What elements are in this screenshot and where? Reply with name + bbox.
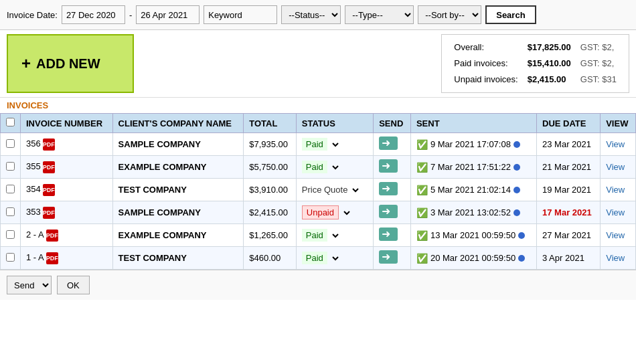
- status-select[interactable]: --Status-- Paid Unpaid: [281, 5, 341, 24]
- total-cell: $460.00: [244, 247, 297, 270]
- invoice-id: 1 - A: [26, 252, 44, 262]
- row-checkbox[interactable]: [6, 162, 15, 171]
- send-cell[interactable]: [374, 201, 411, 224]
- status-cell[interactable]: Paid▾: [296, 156, 373, 179]
- unpaid-gst: GST: $31: [576, 72, 621, 87]
- invoice-id: 2 - A: [26, 230, 44, 240]
- pdf-icon[interactable]: PDF: [46, 252, 58, 264]
- sent-check-icon: ✅: [416, 185, 428, 195]
- due-date-value: 23 Mar 2021: [537, 133, 601, 156]
- invoice-id: 354: [26, 184, 41, 194]
- keyword-input[interactable]: [204, 5, 277, 24]
- pdf-icon[interactable]: PDF: [43, 184, 55, 196]
- status-cell[interactable]: Price Quote▾: [296, 179, 373, 201]
- sent-date: 9 Mar 2021 17:07:08: [430, 139, 511, 149]
- invoice-id: 355: [26, 161, 41, 171]
- send-icon[interactable]: [379, 136, 398, 150]
- status-cell[interactable]: Unpaid▾: [296, 201, 373, 224]
- row-checkbox[interactable]: [6, 139, 15, 148]
- company-name-cell: EXAMPLE COMPANY: [112, 156, 244, 179]
- invoice-number-cell: 355PDF: [21, 156, 113, 179]
- table-row: 353PDFSAMPLE COMPANY$2,415.00Unpaid▾✅3 M…: [1, 201, 636, 224]
- send-cell[interactable]: [374, 156, 411, 179]
- view-cell[interactable]: View: [601, 224, 636, 247]
- search-button[interactable]: Search: [485, 5, 536, 24]
- sent-cell: ✅3 Mar 2021 13:02:52: [410, 201, 536, 224]
- status-select-row[interactable]: ▾: [327, 139, 341, 151]
- row-checkbox[interactable]: [6, 230, 15, 239]
- invoice-number-cell: 2 - APDF: [21, 224, 113, 247]
- sent-cell: ✅5 Mar 2021 21:02:14: [410, 179, 536, 201]
- view-cell[interactable]: View: [601, 247, 636, 270]
- status-select-row[interactable]: ▾: [347, 184, 361, 196]
- sent-check-icon: ✅: [416, 230, 428, 241]
- company-name-cell: TEST COMPANY: [112, 179, 244, 201]
- type-select[interactable]: --Type-- Invoice Price Quote: [345, 5, 414, 24]
- header-send: SEND: [374, 114, 411, 133]
- date-from-input[interactable]: [62, 5, 125, 24]
- status-cell[interactable]: Paid▾: [296, 224, 373, 247]
- total-cell: $7,935.00: [244, 133, 297, 156]
- summary-table: Overall: $17,825.00 GST: $2, Paid invoic…: [449, 39, 622, 88]
- view-link[interactable]: View: [606, 207, 625, 217]
- view-link[interactable]: View: [606, 139, 625, 149]
- header-total: TOTAL: [244, 114, 297, 133]
- sent-date: 5 Mar 2021 21:02:14: [430, 185, 511, 195]
- row-checkbox[interactable]: [6, 207, 15, 216]
- paid-gst: GST: $2,: [576, 56, 621, 71]
- select-all-checkbox[interactable]: [6, 118, 15, 126]
- total-cell: $1,265.00: [244, 224, 297, 247]
- view-cell[interactable]: View: [601, 179, 636, 201]
- send-cell[interactable]: [374, 133, 411, 156]
- bottom-bar: Send Email Print OK: [0, 270, 636, 300]
- total-cell: $5,750.00: [244, 156, 297, 179]
- view-link[interactable]: View: [606, 230, 625, 240]
- view-cell[interactable]: View: [601, 201, 636, 224]
- view-link[interactable]: View: [606, 185, 625, 195]
- row-checkbox[interactable]: [6, 185, 15, 193]
- due-date-cell: 17 Mar 2021: [537, 201, 601, 224]
- sent-date: 3 Mar 2021 13:02:52: [430, 207, 511, 217]
- send-icon[interactable]: [379, 205, 398, 218]
- total-cell: $3,910.00: [244, 179, 297, 201]
- send-cell[interactable]: [374, 179, 411, 201]
- bulk-action-select[interactable]: Send Email Print: [7, 276, 52, 294]
- sort-select[interactable]: --Sort by-- Date Asc Date Desc: [418, 5, 481, 24]
- status-cell[interactable]: Paid▾: [296, 247, 373, 270]
- table-row: 1 - APDFTEST COMPANY$460.00Paid▾✅20 Mar …: [1, 247, 636, 270]
- send-icon[interactable]: [379, 159, 398, 173]
- ok-button[interactable]: OK: [57, 276, 90, 294]
- table-row: 356PDFSAMPLE COMPANY$7,935.00Paid▾✅9 Mar…: [1, 133, 636, 156]
- action-bar: + ADD NEW Overall: $17,825.00 GST: $2, P…: [0, 30, 636, 98]
- view-cell[interactable]: View: [601, 133, 636, 156]
- pdf-icon[interactable]: PDF: [43, 207, 55, 219]
- send-icon[interactable]: [379, 182, 398, 195]
- invoice-date-label: Invoice Date:: [7, 10, 58, 20]
- status-badge: Price Quote: [302, 185, 348, 195]
- row-checkbox[interactable]: [6, 253, 15, 262]
- status-select-row[interactable]: ▾: [327, 230, 341, 242]
- header-sent: SENT: [410, 114, 536, 133]
- pdf-icon[interactable]: PDF: [46, 230, 58, 242]
- view-link[interactable]: View: [606, 253, 625, 263]
- section-title: INVOICES: [0, 98, 636, 113]
- send-icon[interactable]: [379, 227, 398, 241]
- date-to-input[interactable]: [136, 5, 200, 24]
- pdf-icon[interactable]: PDF: [43, 139, 55, 151]
- send-cell[interactable]: [374, 224, 411, 247]
- status-select-row[interactable]: ▾: [339, 207, 352, 219]
- status-badge: Paid: [302, 252, 327, 264]
- invoice-table: INVOICE NUMBER CLIENT'S COMPANY NAME TOT…: [0, 113, 636, 270]
- pdf-icon[interactable]: PDF: [43, 161, 55, 173]
- send-cell[interactable]: [374, 247, 411, 270]
- send-icon[interactable]: [379, 250, 398, 264]
- status-select-row[interactable]: ▾: [327, 252, 341, 264]
- sent-check-icon: ✅: [416, 253, 428, 264]
- add-new-button[interactable]: + ADD NEW: [7, 34, 134, 93]
- due-date-value: 3 Apr 2021: [537, 247, 601, 270]
- status-cell[interactable]: Paid▾: [296, 133, 373, 156]
- status-select-row[interactable]: ▾: [327, 161, 341, 173]
- view-link[interactable]: View: [606, 162, 625, 172]
- view-cell[interactable]: View: [601, 156, 636, 179]
- table-row: 354PDFTEST COMPANY$3,910.00Price Quote▾✅…: [1, 179, 636, 201]
